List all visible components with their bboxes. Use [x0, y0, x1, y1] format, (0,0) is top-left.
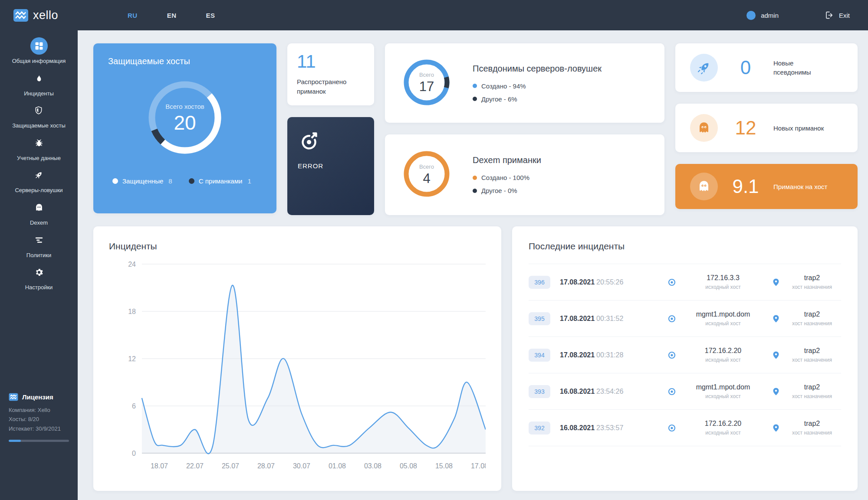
incident-row[interactable]: 395 17.08.202100:31:52 mgmt1.mpot.dom ис… — [529, 300, 841, 337]
lang-tab-en[interactable]: EN — [163, 9, 181, 22]
sidebar-item-ghost[interactable]: Dexem — [30, 199, 48, 226]
incident-row[interactable]: 396 17.08.202120:55:26 172.16.3.3 исходн… — [529, 264, 841, 300]
protected-hosts-card: Защищаемые хосты Всего хостов 20 Защищен… — [93, 43, 276, 213]
svg-text:17.08: 17.08 — [471, 462, 486, 470]
source-host-label: исходный хост — [679, 393, 767, 399]
sidebar-item-label: Защищаемые хосты — [12, 122, 66, 129]
ghost-icon — [30, 199, 48, 216]
destination-host: trap2 — [783, 420, 841, 428]
target-icon — [667, 314, 676, 323]
rocket-icon — [30, 167, 47, 184]
donut-center-value: 17 — [419, 79, 434, 95]
legend-dot — [473, 84, 477, 88]
ghost-icon — [697, 180, 711, 193]
incident-row[interactable]: 393 16.08.202123:54:26 mgmt1.mpot.dom ис… — [529, 373, 841, 409]
sidebar-item-dashboard[interactable]: Общая информация — [12, 37, 66, 65]
brand[interactable]: xello — [13, 9, 58, 22]
info-label: Приманок на хост — [773, 182, 827, 191]
sidebar-item-shield[interactable]: Защищаемые хосты — [12, 102, 66, 129]
destination-host-label: хост назначения — [783, 393, 841, 399]
info-value: 9.1 — [725, 176, 766, 197]
legend-dot — [473, 176, 477, 180]
aliases-legend: Создано - 94%Другое - 6% — [473, 82, 602, 103]
incidents-area-chart: 0612182418.0722.0725.0728.0730.0701.0803… — [109, 255, 486, 474]
incident-time: 23:54:26 — [596, 388, 623, 395]
sidebar-nav: Общая информацияИнцидентыЗащищаемые хост… — [0, 30, 78, 296]
filter-icon — [30, 232, 48, 249]
donut-center: Всего хостов 20 — [141, 74, 228, 163]
incident-destination: trap2 хост назначения — [783, 274, 841, 290]
legend-label: С приманками — [199, 177, 243, 185]
svg-text:24: 24 — [128, 261, 136, 268]
target-icon — [667, 387, 676, 396]
pin-icon — [772, 351, 780, 359]
target-icon — [667, 351, 676, 359]
incident-date: 17.08.2021 — [560, 278, 595, 286]
svg-text:18.07: 18.07 — [151, 462, 168, 470]
card-title: Dexem приманки — [473, 155, 541, 165]
donut-center-label: Всего — [419, 72, 434, 78]
donut-center: Всего 17 — [401, 56, 453, 110]
legend-item: Создано - 100% — [473, 174, 541, 181]
sidebar-item-label: Учетные данные — [17, 155, 61, 162]
card-title: Защищаемые хосты — [108, 56, 262, 66]
sidebar-item-label: Серверы-ловушки — [15, 187, 62, 194]
error-status-icon — [298, 128, 321, 152]
gear-icon — [30, 264, 48, 281]
incident-source: 172.16.2.20 исходный хост — [679, 420, 767, 436]
sidebar-item-rocket[interactable]: Серверы-ловушки — [15, 167, 62, 194]
source-host-label: исходный хост — [679, 430, 767, 436]
incident-time: 20:55:26 — [596, 278, 623, 286]
dashboard-icon — [30, 37, 48, 55]
incident-date: 17.08.2021 — [560, 315, 595, 322]
sidebar-item-filter[interactable]: Политики — [26, 232, 51, 259]
incident-id-badge: 394 — [529, 349, 550, 362]
sidebar-item-flame[interactable]: Инциденты — [24, 70, 54, 97]
license-hosts: Хосты: 8/20 — [9, 415, 69, 424]
incident-row[interactable]: 392 16.08.202123:53:57 172.16.2.20 исход… — [529, 409, 841, 446]
pin-icon — [772, 387, 780, 396]
legend-label: Другое - 6% — [481, 95, 517, 103]
destination-host: trap2 — [783, 347, 841, 355]
destination-host-label: хост назначения — [783, 284, 841, 290]
user-menu[interactable]: admin — [746, 11, 779, 20]
recent-incidents-card: Последние инциденты 396 17.08.202120:55:… — [512, 226, 858, 491]
donut-center-value: 20 — [174, 111, 196, 134]
legend-value: 1 — [247, 177, 251, 185]
donut-center-label: Всего хостов — [165, 103, 204, 110]
incident-row[interactable]: 394 17.08.202100:31:28 172.16.2.20 исход… — [529, 337, 841, 373]
legend-label: Создано - 100% — [481, 174, 529, 181]
icon-circle — [690, 114, 718, 142]
sidebar: Общая информацияИнцидентыЗащищаемые хост… — [0, 30, 78, 500]
incident-id-badge: 392 — [529, 422, 550, 435]
source-host: 172.16.3.3 — [679, 274, 767, 282]
new-decoys-card: 12 Новых приманок — [675, 104, 858, 152]
incidents-chart-card: Инциденты 0612182418.0722.0725.0728.0730… — [93, 226, 501, 491]
lang-tab-es[interactable]: ES — [202, 9, 220, 22]
card-title: Псевдонимы серверов-ловушек — [473, 64, 602, 74]
exit-button[interactable]: Exit — [824, 10, 850, 20]
legend-item: Другое - 0% — [473, 187, 541, 194]
username: admin — [761, 12, 779, 19]
incident-id-badge: 396 — [529, 276, 550, 289]
incident-date: 16.08.2021 — [560, 388, 595, 395]
legend-item: Другое - 6% — [473, 95, 602, 103]
sidebar-item-label: Общая информация — [12, 58, 66, 65]
incident-date: 16.08.2021 — [560, 424, 595, 431]
destination-host-label: хост назначения — [783, 357, 841, 363]
lang-tab-ru[interactable]: RU — [123, 9, 142, 22]
summary-row: Защищаемые хосты Всего хостов 20 Защищен… — [93, 43, 858, 215]
license-panel: Лицензия Компания: Xello Хосты: 8/20 Ист… — [9, 393, 69, 442]
sidebar-item-gear[interactable]: Настройки — [25, 264, 53, 291]
incident-source: mgmt1.mpot.dom исходный хост — [679, 383, 767, 399]
incident-datetime: 17.08.202100:31:52 — [560, 315, 663, 323]
incident-time: 00:31:52 — [596, 315, 623, 322]
sidebar-item-bug[interactable]: Учетные данные — [17, 134, 61, 162]
license-logo-icon — [9, 393, 18, 401]
legend-dot — [473, 189, 477, 193]
svg-text:01.08: 01.08 — [329, 462, 346, 470]
error-card[interactable]: ERROR — [287, 117, 374, 215]
bug-icon — [30, 134, 48, 152]
incident-destination: trap2 хост назначения — [783, 347, 841, 363]
brand-name: xello — [33, 9, 58, 22]
